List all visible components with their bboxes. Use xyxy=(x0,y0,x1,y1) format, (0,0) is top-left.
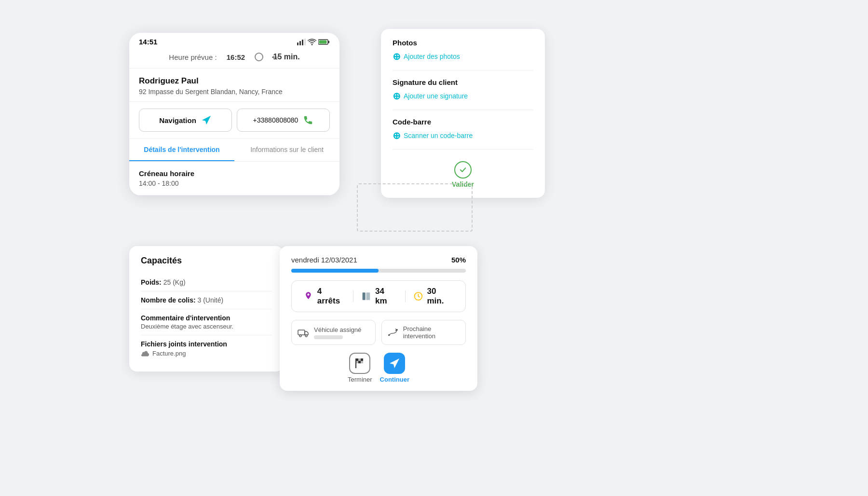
phone-icon xyxy=(303,115,313,125)
terminer-button[interactable]: Terminer xyxy=(348,353,372,383)
time-value: 16:52 xyxy=(227,53,245,61)
scene: 14:51 xyxy=(0,0,868,496)
tab-client-info[interactable]: Informations sur le client xyxy=(234,139,339,161)
colis-label: Nombre de colis: xyxy=(141,296,196,304)
plus-signature-icon: ⊕ xyxy=(393,90,401,102)
barcode-section: Code-barre ⊕ Scanner un code-barre xyxy=(393,118,533,150)
time-label: Heure prévue : xyxy=(169,53,217,61)
plus-photos-icon: ⊕ xyxy=(393,51,401,62)
add-signature-button[interactable]: ⊕ Ajouter une signature xyxy=(393,90,533,102)
signature-section: Signature du client ⊕ Ajouter une signat… xyxy=(393,78,533,110)
vehicle-assigned-label: Véhicule assigné xyxy=(314,326,361,333)
barcode-title: Code-barre xyxy=(393,118,533,126)
nav-label: Navigation xyxy=(159,116,196,124)
progress-bar-bg xyxy=(291,269,466,273)
commentaire-section: Commentaire d'intervention Deuxième étag… xyxy=(141,309,272,335)
creneau-section: Créneau horaire 14:00 - 18:00 xyxy=(129,162,339,195)
back-arrow[interactable]: ← xyxy=(270,51,281,63)
stops-value: 4 arrêts xyxy=(317,287,345,306)
phone-button[interactable]: +33880808080 xyxy=(237,109,330,132)
route-header: vendredi 12/03/2021 50% xyxy=(291,256,466,264)
truck-icon xyxy=(298,328,309,337)
svg-rect-0 xyxy=(297,42,298,45)
contact-address: 92 Impasse du Sergent Blandan, Nancy, Fr… xyxy=(139,88,330,96)
poids-label: Poids: xyxy=(141,278,162,286)
route-date: vendredi 12/03/2021 xyxy=(291,256,357,264)
add-photos-label: Ajouter des photos xyxy=(404,53,460,60)
vehicle-assigned-box: Véhicule assigné xyxy=(291,320,376,345)
files-section: Fichiers joints intervention Facture.png xyxy=(141,335,272,362)
svg-rect-2 xyxy=(302,40,303,45)
navigation-icon xyxy=(201,115,212,125)
continuer-icon xyxy=(384,353,405,374)
time-value: 30 min. xyxy=(427,287,454,306)
creneau-title: Créneau horaire xyxy=(139,169,330,178)
poids-value: 25 (Kg) xyxy=(163,278,186,286)
add-signature-label: Ajouter une signature xyxy=(404,92,468,100)
continuer-button[interactable]: Continuer xyxy=(380,353,409,383)
signature-title: Signature du client xyxy=(393,78,533,86)
file-name: Facture.png xyxy=(152,350,186,357)
mobile-card: 14:51 xyxy=(129,33,339,195)
add-photos-button[interactable]: ⊕ Ajouter des photos xyxy=(393,51,533,62)
clock-circle xyxy=(255,53,263,61)
stops-icon xyxy=(303,291,313,302)
svg-point-13 xyxy=(305,335,307,337)
tabs-row: Détails de l'intervention Informations s… xyxy=(129,139,339,162)
form-card: Photos ⊕ Ajouter des photos Signature du… xyxy=(381,29,545,198)
route-percent: 50% xyxy=(451,256,466,264)
route-stats: 4 arrêts 34 km 30 min. xyxy=(291,280,466,312)
dashed-overlay xyxy=(357,183,473,232)
svg-rect-8 xyxy=(366,292,370,300)
phone-number: +33880808080 xyxy=(253,116,298,124)
scan-barcode-button[interactable]: ⊕ Scanner un code-barre xyxy=(393,130,533,141)
next-intervention-label: Prochaine intervention xyxy=(403,325,460,340)
signal-icon xyxy=(297,39,306,45)
svg-rect-7 xyxy=(363,292,366,300)
svg-point-12 xyxy=(299,335,301,337)
scan-barcode-label: Scanner un code-barre xyxy=(404,132,473,139)
time-stat: 30 min. xyxy=(406,287,461,306)
progress-bar-fill xyxy=(291,269,379,273)
svg-rect-5 xyxy=(328,41,330,43)
svg-rect-18 xyxy=(361,358,363,361)
commentaire-title: Commentaire d'intervention xyxy=(141,314,272,322)
action-buttons: Navigation +33880808080 xyxy=(129,102,339,139)
valider-button[interactable] xyxy=(454,161,472,179)
navigation-button[interactable]: Navigation xyxy=(139,109,232,132)
contact-section: Rodriguez Paul 92 Impasse du Sergent Bla… xyxy=(129,69,339,102)
stops-stat: 4 arrêts xyxy=(296,287,353,306)
next-intervention-box: Prochaine intervention xyxy=(381,320,466,345)
route-icon xyxy=(388,328,398,337)
capacites-title: Capacités xyxy=(141,256,272,266)
svg-point-14 xyxy=(388,334,390,336)
tab-details[interactable]: Détails de l'intervention xyxy=(129,139,234,161)
terminer-label: Terminer xyxy=(348,376,372,383)
svg-rect-17 xyxy=(358,358,361,361)
file-item: Facture.png xyxy=(141,350,272,357)
vehicle-assigned-value xyxy=(314,335,343,339)
contact-name: Rodriguez Paul xyxy=(139,76,330,86)
photos-section: Photos ⊕ Ajouter des photos xyxy=(393,39,533,70)
status-time: 14:51 xyxy=(139,38,157,46)
route-actions: Terminer Continuer xyxy=(291,353,466,383)
colis-row: Nombre de colis: 3 (Unité) xyxy=(141,291,272,309)
svg-rect-20 xyxy=(358,361,361,363)
commentaire-value: Deuxième étage avec ascenseur. xyxy=(141,323,272,330)
svg-rect-21 xyxy=(361,361,363,363)
route-vehicles: Véhicule assigné Prochaine intervention xyxy=(291,320,466,345)
status-bar: 14:51 xyxy=(129,33,339,49)
terminer-icon xyxy=(349,353,370,374)
status-icons xyxy=(297,39,330,45)
distance-value: 34 km xyxy=(375,287,397,306)
photos-title: Photos xyxy=(393,39,533,47)
files-title: Fichiers joints intervention xyxy=(141,340,272,348)
poids-row: Poids: 25 (Kg) xyxy=(141,274,272,291)
plus-barcode-icon: ⊕ xyxy=(393,130,401,141)
route-card: vendredi 12/03/2021 50% 4 arrêts xyxy=(280,246,477,391)
svg-rect-11 xyxy=(298,330,305,335)
battery-icon xyxy=(318,39,330,45)
continuer-label: Continuer xyxy=(380,376,409,383)
svg-rect-1 xyxy=(299,41,301,45)
colis-value: 3 (Unité) xyxy=(197,296,223,304)
